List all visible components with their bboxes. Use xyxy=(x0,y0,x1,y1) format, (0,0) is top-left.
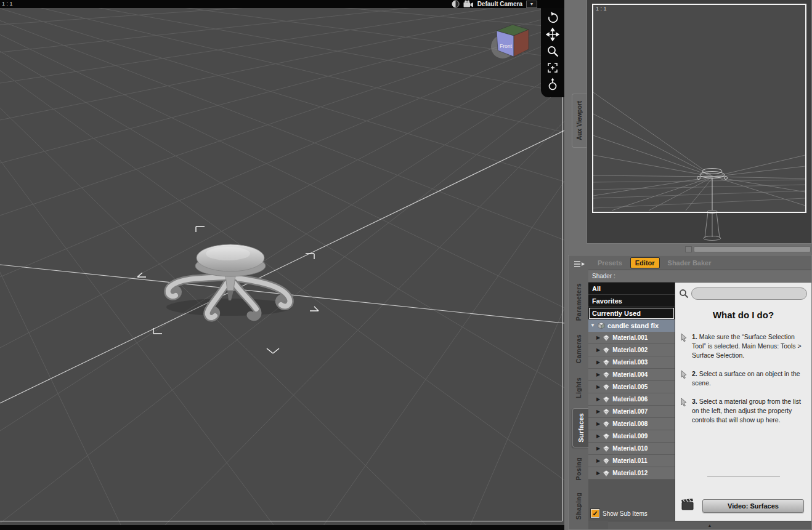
zoom-tool-button[interactable] xyxy=(543,42,562,59)
side-tab-label: Posing xyxy=(575,457,582,480)
orbit-tool-button[interactable] xyxy=(543,9,562,26)
material-label: Material.003 xyxy=(612,359,648,366)
expand-closed-icon[interactable]: ▶ xyxy=(596,471,600,476)
aux-viewport-panel[interactable]: 1 : 1 xyxy=(587,0,812,244)
expand-closed-icon[interactable]: ▶ xyxy=(596,409,600,414)
expand-closed-icon[interactable]: ▶ xyxy=(596,360,600,365)
material-diamond-icon xyxy=(603,408,610,416)
tree-root-item[interactable]: ▼ candle stand fix xyxy=(588,319,675,332)
tab-shader-baker[interactable]: Shader Baker xyxy=(664,258,716,268)
side-tab-posing[interactable]: Posing xyxy=(570,454,587,484)
side-tab-shaping[interactable]: Shaping xyxy=(570,489,587,523)
aim-camera-button[interactable] xyxy=(543,76,562,92)
help-bottom-row: Video: Surfaces xyxy=(681,499,804,513)
surfaces-content: Presets Editor Shader Baker Shader : All… xyxy=(588,255,811,529)
expand-closed-icon[interactable]: ▶ xyxy=(596,422,600,427)
clapperboard-icon[interactable] xyxy=(681,499,695,513)
camera-icon xyxy=(463,0,474,8)
material-diamond-icon xyxy=(603,433,610,440)
material-row[interactable]: ▶Material.007 xyxy=(588,406,675,418)
expand-closed-icon[interactable]: ▶ xyxy=(596,385,600,390)
tab-editor[interactable]: Editor xyxy=(630,257,660,268)
camera-selector[interactable]: Default Camera ▼ xyxy=(452,0,537,8)
material-label: Material.005 xyxy=(612,383,648,390)
material-label: Material.007 xyxy=(612,408,648,415)
material-row[interactable]: ▶Material.002 xyxy=(588,344,675,356)
material-diamond-icon xyxy=(603,371,610,379)
filter-favorites[interactable]: Favorites xyxy=(588,295,675,307)
material-row[interactable]: ▶Material.001 xyxy=(588,332,675,344)
expand-closed-icon[interactable]: ▶ xyxy=(596,348,600,353)
object-cube-icon xyxy=(598,322,605,329)
viewport-toolbar: ≡ xyxy=(541,0,564,97)
help-step: 2. Select a surface on an object in the … xyxy=(679,369,806,388)
material-row[interactable]: ▶Material.004 xyxy=(588,369,675,381)
help-divider-line xyxy=(707,476,780,476)
side-tab-lights[interactable]: Lights xyxy=(570,374,587,402)
scrollbar-thumb[interactable] xyxy=(694,246,811,252)
material-list: All Favorites Currently Used ▼ candle st… xyxy=(588,283,675,521)
help-step-text: 2. Select a surface on an object in the … xyxy=(692,369,806,388)
material-row[interactable]: ▶Material.011 xyxy=(588,455,675,467)
show-sub-items-checkbox[interactable]: ✓ xyxy=(591,509,599,518)
material-label: Material.009 xyxy=(612,433,648,440)
material-row[interactable]: ▶Material.009 xyxy=(588,430,675,443)
surface-tool-icon xyxy=(679,369,689,388)
camera-aim-icon xyxy=(546,78,559,91)
filter-label: All xyxy=(592,285,601,292)
view-cube[interactable]: Front xyxy=(488,18,537,65)
material-row[interactable]: ▶Material.008 xyxy=(588,418,675,430)
material-diamond-icon xyxy=(603,396,610,403)
filter-label: Currently Used xyxy=(592,310,641,317)
side-tab-cameras[interactable]: Cameras xyxy=(570,331,587,367)
tab-presets[interactable]: Presets xyxy=(593,258,627,268)
surfaces-tab-bar: Presets Editor Shader Baker xyxy=(588,255,811,270)
expand-closed-icon[interactable]: ▶ xyxy=(596,372,600,377)
filter-label: Favorites xyxy=(592,297,622,305)
material-label: Material.008 xyxy=(612,420,648,427)
material-diamond-icon xyxy=(603,420,610,428)
expand-closed-icon[interactable]: ▶ xyxy=(596,434,600,439)
material-diamond-icon xyxy=(603,334,610,342)
expand-closed-icon[interactable]: ▶ xyxy=(596,446,600,451)
surfaces-panel: Parameters Cameras Lights Surfaces Posin… xyxy=(568,255,812,530)
panel-bottom-strip: ▲ xyxy=(608,521,811,529)
aux-viewport-tab-label: Aux Viewport xyxy=(576,101,583,140)
frame-icon xyxy=(546,61,559,74)
material-row[interactable]: ▶Material.006 xyxy=(588,393,675,406)
side-tab-parameters[interactable]: Parameters xyxy=(570,280,587,324)
surface-tool-icon xyxy=(679,332,689,360)
viewport-bottom-bar xyxy=(0,525,564,530)
frame-tool-button[interactable] xyxy=(543,59,562,76)
chevron-down-icon: ▼ xyxy=(530,2,534,6)
filter-currently-used[interactable]: Currently Used xyxy=(588,307,675,319)
help-step-text: 1. Make sure the “Surface Selection Tool… xyxy=(692,332,806,360)
expand-closed-icon[interactable]: ▶ xyxy=(596,335,600,340)
material-diamond-icon xyxy=(603,347,610,354)
panel-divider xyxy=(568,244,812,255)
filter-all[interactable]: All xyxy=(588,283,675,295)
material-diamond-icon xyxy=(603,359,610,366)
main-viewport-canvas[interactable]: 1 : 1 Default Camera ▼ ≡ xyxy=(0,0,564,530)
camera-dropdown-button[interactable]: ▼ xyxy=(526,1,537,8)
shader-label: Shader : xyxy=(588,270,811,283)
expand-open-icon[interactable]: ▼ xyxy=(590,323,595,328)
scrollbar-button[interactable] xyxy=(685,246,692,252)
help-steps: 1. Make sure the “Surface Selection Tool… xyxy=(675,332,811,425)
collapse-up-icon[interactable]: ▲ xyxy=(708,523,712,528)
expand-closed-icon[interactable]: ▶ xyxy=(596,459,600,464)
aux-viewport-tab[interactable]: Aux Viewport xyxy=(572,94,587,148)
material-row[interactable]: ▶Material.003 xyxy=(588,356,675,369)
material-row[interactable]: ▶Material.010 xyxy=(588,443,675,455)
material-label: Material.012 xyxy=(612,470,648,476)
side-tab-surfaces[interactable]: Surfaces xyxy=(572,408,588,448)
video-surfaces-button[interactable]: Video: Surfaces xyxy=(702,499,804,513)
check-icon: ✓ xyxy=(592,510,598,518)
panel-options-button[interactable] xyxy=(572,259,587,270)
material-row[interactable]: ▶Material.005 xyxy=(588,381,675,393)
surface-search-input[interactable] xyxy=(691,287,807,300)
expand-closed-icon[interactable]: ▶ xyxy=(596,397,600,402)
pan-tool-button[interactable] xyxy=(543,26,562,42)
material-row[interactable]: ▶Material.012 xyxy=(588,467,675,480)
candle-stand-object[interactable] xyxy=(166,244,292,318)
